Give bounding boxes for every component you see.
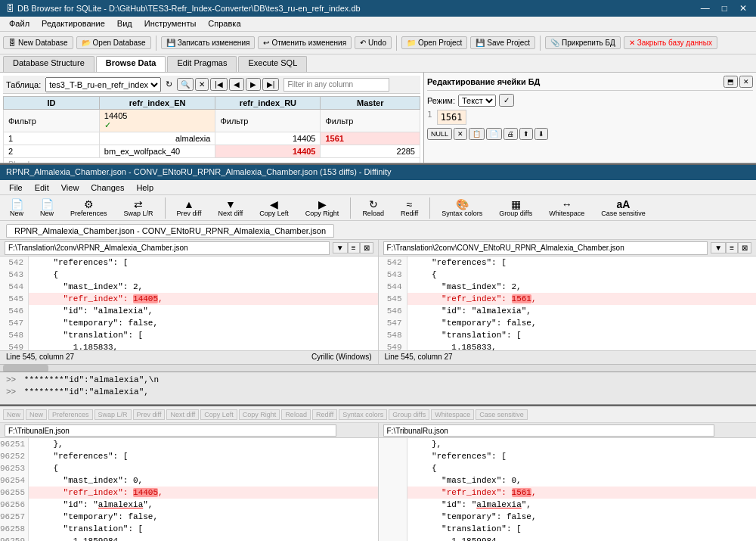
filter-refr-en[interactable]: ✓ [99,110,215,132]
cell-btn-import[interactable]: ⬆ [519,128,533,140]
menu-view[interactable]: Вид [111,18,138,30]
filter-refr-ru[interactable] [215,110,321,132]
cell-editor-undock[interactable]: ⬒ [723,76,738,88]
tab-browse-data[interactable]: Browse Data [96,56,166,72]
diff-copy-left-btn[interactable]: ◀Copy Left [253,197,296,219]
cancel-changes-button[interactable]: ↩ Отменить изменения [258,36,352,49]
filter-id-input[interactable] [8,117,94,126]
save-project-button[interactable]: 💾 Save Project [470,36,535,49]
table-select[interactable]: tes3_T-B_ru-en_refr_index [45,77,161,92]
menu-edit[interactable]: Редактирование [36,18,111,30]
diff2-group-btn[interactable]: Group diffs [389,409,429,420]
diff-menu-help[interactable]: Help [130,182,160,193]
nav-next[interactable]: ▶ [246,78,261,91]
diff2-copy-right-btn[interactable]: Copy Right [239,409,280,420]
diff1-left-view2[interactable]: ⊠ [360,242,373,253]
open-project-button[interactable]: 📁 Open Project [401,36,467,49]
horizontal-scrollbar[interactable] [0,364,756,372]
maximize-button[interactable]: □ [719,3,730,14]
close-button[interactable]: ✕ [736,3,750,14]
cell-btn-clear[interactable]: ✕ [454,128,467,140]
apply-btn[interactable]: ✓ [499,94,514,107]
diff1-right-browse[interactable]: ▼ [711,242,726,253]
diff-reload-btn[interactable]: ↻Reload [355,197,391,219]
diff1-right-path[interactable] [383,241,708,255]
diff-next-btn[interactable]: ▼Next diff [211,197,249,219]
db-main-panel: Таблица: tes3_T-B_ru-en_refr_index ↻ 🔍 ✕… [0,73,423,163]
diff-menu-changes[interactable]: Changes [85,182,130,193]
diff1-right-view2[interactable]: ⊠ [738,242,751,253]
minimize-button[interactable]: — [698,3,713,14]
diff-rediff-btn[interactable]: ≈Rediff [394,197,425,219]
diff-group-btn[interactable]: ▦Group diffs [492,197,539,219]
diff2-next-btn[interactable]: Next diff [166,409,199,420]
diff2-prefs-btn[interactable]: Preferences [48,409,93,420]
diff-menu-edit[interactable]: Edit [29,182,55,193]
diff1-tab[interactable]: RPNR_Almalexia_Chamber.json - CONV_ENtoR… [6,224,334,238]
diff2-right-path[interactable] [383,424,715,437]
diff2-copy-left-btn[interactable]: Copy Left [200,409,237,420]
diff2-case-btn[interactable]: Case sensitive [476,409,528,420]
nav-last[interactable]: ▶| [262,78,280,91]
filter-btn1[interactable]: 🔍 [177,78,194,91]
filter-master-input[interactable] [325,117,415,126]
cell-btn-null[interactable]: NULL [427,128,452,140]
diff1-left-browse[interactable]: ▼ [333,242,348,253]
diff2-syntax-btn[interactable]: Syntax colors [339,409,387,420]
attach-db-button[interactable]: 📎 Прикрепить БД [545,36,621,49]
diff-syntax-btn[interactable]: 🎨Syntax colors [435,197,489,219]
nav-prev[interactable]: ◀ [229,78,244,91]
filter-master[interactable] [321,110,420,132]
cell-editor-close[interactable]: ✕ [739,76,753,88]
diff-new-btn-2[interactable]: 📄New [33,197,60,219]
diff2-left-path[interactable] [5,424,336,437]
col-refr-ru: refr_index_RU [215,97,321,110]
diff-case-btn[interactable]: aACase sensitive [594,197,652,219]
open-database-button[interactable]: 📂 Open Database [76,36,151,49]
menu-help[interactable]: Справка [202,18,246,30]
diff2-ws-btn[interactable]: Whitespace [431,409,474,420]
diff1-right-view1[interactable]: ≡ [726,242,738,253]
diff1-left-view1[interactable]: ≡ [348,242,360,253]
filter-refr-en-input[interactable] [104,111,211,120]
diff-swap-btn[interactable]: ⇄Swap L/R [117,197,160,219]
mode-select[interactable]: Текст [458,95,496,107]
nav-first[interactable]: |◀ [210,78,228,91]
diff-copy-right-btn[interactable]: ▶Copy Right [299,197,346,219]
menu-tools[interactable]: Инструменты [138,18,203,30]
tab-database-structure[interactable]: Database Structure [3,56,94,72]
diff1-left-path[interactable] [5,241,330,255]
table-row[interactable]: 1 almalexia 14405 1561 [4,132,420,145]
tab-execute-sql[interactable]: Execute SQL [238,56,307,72]
filter-refr-ru-input[interactable] [220,117,315,126]
diff-ws-btn[interactable]: ↔Whitespace [542,197,591,219]
filter-id[interactable] [4,110,100,132]
diff2-reload-btn[interactable]: Reload [281,409,311,420]
diff-prefs-btn[interactable]: ⚙Preferences [64,197,114,219]
filter-row: ✓ [4,110,420,132]
diff-summary-bar: >> ********"id":"almalexia",\n >> ******… [0,372,756,405]
menu-file[interactable]: Файл [3,18,36,30]
new-database-button[interactable]: 🗄 New Database [3,36,73,49]
diff-prev-btn[interactable]: ▲Prev diff [170,197,209,219]
refresh-icon[interactable]: ↻ [166,79,172,89]
diff2-rediff-btn[interactable]: Rediff [312,409,337,420]
diff2-new-btn2[interactable]: New [26,409,47,420]
tab-edit-pragmas[interactable]: Edit Pragmas [167,56,237,72]
close-db-button[interactable]: ✕ Закрыть базу данных [624,36,717,49]
filter-input-any-column[interactable] [284,78,389,92]
undo-button[interactable]: ↶ Undo [355,36,392,49]
write-changes-button[interactable]: 💾 Записать изменения [161,36,256,49]
diff2-new-btn[interactable]: New [3,409,24,420]
table-row[interactable]: 2 bm_ex_wolfpack_40 14405 2285 [4,145,420,158]
filter-btn2[interactable]: ✕ [195,78,209,91]
cell-btn-copy[interactable]: 📋 [469,128,485,140]
diff-menu-file[interactable]: File [3,182,29,193]
diff-new-btn-1[interactable]: 📄New [3,197,30,219]
cell-btn-paste[interactable]: 📄 [486,128,502,140]
cell-btn-export[interactable]: ⬇ [534,128,548,140]
diff2-swap-btn[interactable]: Swap L/R [94,409,132,420]
cell-btn-print[interactable]: 🖨 [503,128,518,140]
diff2-prev-btn[interactable]: Prev diff [133,409,166,420]
diff-menu-view[interactable]: View [55,182,85,193]
